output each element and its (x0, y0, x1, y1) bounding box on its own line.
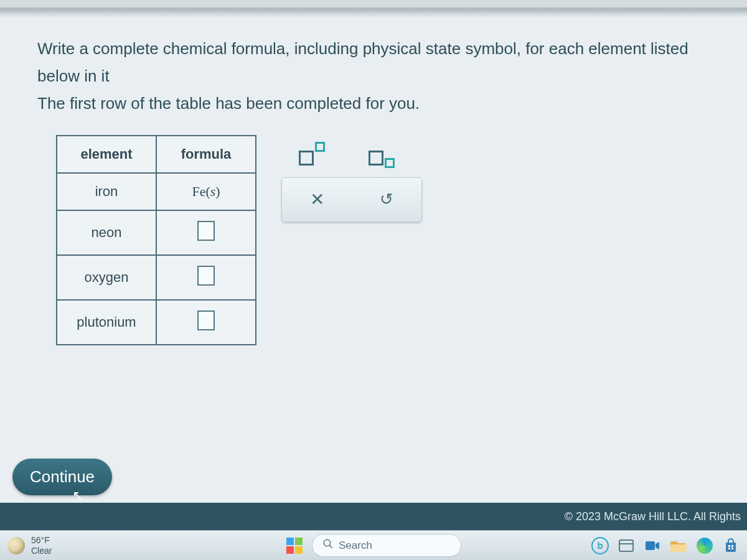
answer-box-icon[interactable] (197, 266, 215, 286)
app-frame: Write a complete chemical formula, inclu… (0, 7, 747, 530)
start-button[interactable] (286, 537, 303, 554)
copyright-text: © 2023 McGraw Hill LLC. All Rights (565, 510, 741, 523)
formula-cell-filled: Fe(s) (156, 173, 256, 210)
weather-temp: 56°F (31, 535, 52, 546)
svg-rect-4 (728, 545, 730, 547)
weather-widget[interactable]: 56°F Clear (7, 535, 52, 556)
tools-panel: ✕ ↺ (281, 138, 422, 222)
camera-icon[interactable] (644, 537, 661, 554)
svg-point-0 (324, 539, 331, 546)
taskbar-right: b (591, 537, 740, 554)
search-icon (322, 538, 334, 553)
microsoft-store-icon[interactable] (722, 537, 740, 554)
table-row: plutonium (57, 300, 256, 345)
subscript-button[interactable] (365, 141, 397, 167)
question-line-2: The first row of the table has been comp… (37, 90, 710, 117)
table-row: iron Fe(s) (57, 173, 256, 210)
windows-logo-icon (286, 538, 303, 554)
element-name: plutonium (57, 300, 156, 345)
element-name: neon (57, 210, 156, 255)
question-line-1: Write a complete chemical formula, inclu… (37, 35, 710, 90)
svg-rect-7 (731, 548, 733, 549)
svg-rect-5 (731, 545, 733, 547)
table-header-row: element formula (57, 136, 256, 173)
search-placeholder: Search (339, 539, 372, 552)
formula-input-cell[interactable] (156, 300, 256, 345)
formula-input-cell[interactable] (156, 210, 256, 255)
reset-button[interactable]: ↺ (370, 187, 403, 213)
formula-state: s (210, 184, 216, 199)
table-row: oxygen (57, 255, 256, 300)
formula-symbol: Fe (192, 184, 205, 199)
taskbar-search[interactable]: Search (312, 534, 461, 557)
continue-button[interactable]: Continue (12, 459, 112, 495)
table-row: neon (57, 210, 256, 255)
elements-table: element formula iron Fe(s) neon oxygen p… (56, 135, 256, 345)
edge-icon[interactable] (696, 537, 713, 554)
taskbar: 56°F Clear Search b (0, 530, 747, 560)
element-name: oxygen (57, 255, 156, 300)
taskbar-center: Search (286, 534, 461, 557)
undo-icon: ↺ (380, 190, 393, 209)
worksheet: element formula iron Fe(s) neon oxygen p… (56, 135, 747, 345)
close-icon: ✕ (310, 189, 324, 210)
bing-icon[interactable]: b (591, 537, 609, 554)
question-text: Write a complete chemical formula, inclu… (0, 9, 747, 124)
formula-input-cell[interactable] (156, 255, 256, 300)
svg-rect-3 (670, 544, 687, 552)
element-name: iron (57, 173, 156, 210)
moon-icon (7, 537, 25, 554)
svg-rect-6 (728, 548, 730, 549)
weather-condition: Clear (31, 546, 52, 556)
superscript-button[interactable] (295, 141, 327, 167)
window-shadow (0, 9, 747, 17)
tool-row-format (281, 138, 422, 171)
weather-text: 56°F Clear (31, 535, 52, 556)
col-header-formula: formula (156, 136, 256, 173)
copyright-bar: © 2023 McGraw Hill LLC. All Rights (0, 503, 747, 530)
superscript-icon (298, 142, 325, 167)
svg-line-1 (329, 545, 332, 548)
answer-box-icon[interactable] (197, 221, 215, 241)
file-explorer-icon[interactable] (670, 537, 687, 554)
clear-button[interactable]: ✕ (301, 187, 333, 213)
task-view-icon[interactable] (618, 537, 635, 554)
svg-rect-2 (646, 541, 655, 550)
answer-box-icon[interactable] (197, 310, 215, 330)
col-header-element: element (57, 136, 156, 173)
subscript-icon (367, 142, 395, 167)
tool-row-actions: ✕ ↺ (281, 177, 422, 222)
